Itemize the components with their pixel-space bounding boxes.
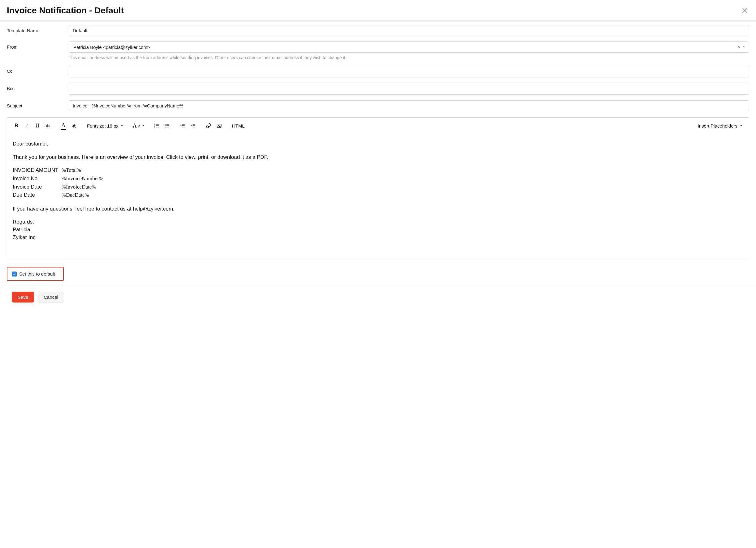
html-button[interactable]: HTML bbox=[230, 121, 247, 131]
table-row: Invoice No%InvoiceNumber% bbox=[13, 175, 103, 183]
set-default-checkbox[interactable] bbox=[12, 271, 17, 277]
image-button[interactable] bbox=[214, 121, 224, 131]
invoice-notification-modal: Invoice Notification - Default Template … bbox=[0, 0, 756, 315]
svg-text:3: 3 bbox=[154, 126, 155, 128]
svg-marker-28 bbox=[740, 125, 742, 126]
body-company: Zylker Inc bbox=[13, 234, 743, 241]
fill-color-button[interactable] bbox=[69, 121, 79, 131]
x-icon bbox=[737, 45, 741, 49]
svg-marker-21 bbox=[180, 125, 181, 127]
body-signer: Patricia bbox=[13, 226, 743, 234]
template-name-row: Template Name bbox=[7, 25, 749, 36]
caret-down-icon bbox=[120, 124, 123, 127]
rich-text-editor: B I U abc A Fontsize: 16 px AA 1 bbox=[7, 117, 749, 258]
from-value: Patricia Boyle <patricia@zylker.com> bbox=[73, 45, 150, 50]
outdent-icon bbox=[180, 123, 185, 128]
underline-button[interactable]: U bbox=[32, 121, 42, 131]
subject-input[interactable] bbox=[69, 100, 749, 111]
editor-content[interactable]: Dear customer, Thank you for your busine… bbox=[7, 134, 749, 258]
fontsize-dropdown[interactable]: Fontsize: 16 px bbox=[84, 121, 126, 131]
indent-icon bbox=[190, 123, 196, 128]
paint-bucket-icon bbox=[71, 123, 77, 128]
cc-row: Cc bbox=[7, 66, 749, 77]
svg-point-17 bbox=[165, 127, 166, 127]
from-helper-text: This email address will be used as the f… bbox=[69, 55, 749, 60]
from-label: From bbox=[7, 41, 69, 50]
outdent-button[interactable] bbox=[178, 121, 188, 131]
unordered-list-icon bbox=[164, 123, 170, 128]
invoice-summary-table: INVOICE AMOUNT%Total% Invoice No%Invoice… bbox=[13, 166, 103, 200]
table-row: Invoice Date%InvoiceDate% bbox=[13, 183, 103, 192]
body-intro: Thank you for your business. Here is an … bbox=[13, 153, 743, 161]
cancel-button[interactable]: Cancel bbox=[38, 292, 64, 303]
indent-button[interactable] bbox=[188, 121, 198, 131]
footer-actions: Save Cancel bbox=[0, 286, 756, 303]
svg-point-15 bbox=[165, 124, 166, 125]
bcc-input[interactable] bbox=[69, 83, 749, 95]
modal-title: Invoice Notification - Default bbox=[7, 6, 124, 15]
from-clear-button[interactable] bbox=[737, 45, 741, 50]
save-button[interactable]: Save bbox=[12, 292, 34, 303]
svg-marker-4 bbox=[121, 125, 123, 126]
from-select[interactable]: Patricia Boyle <patricia@zylker.com> bbox=[69, 41, 749, 53]
close-button[interactable] bbox=[741, 6, 749, 15]
svg-marker-25 bbox=[191, 125, 192, 127]
font-family-dropdown[interactable]: AA bbox=[132, 121, 146, 131]
check-icon bbox=[13, 272, 16, 276]
link-button[interactable] bbox=[204, 121, 214, 131]
template-name-input[interactable] bbox=[69, 25, 749, 36]
from-row: From Patricia Boyle <patricia@zylker.com… bbox=[7, 41, 749, 60]
svg-point-16 bbox=[165, 125, 166, 126]
table-row: Due Date%DueDate% bbox=[13, 191, 103, 200]
bcc-row: Bcc bbox=[7, 83, 749, 95]
link-icon bbox=[206, 123, 211, 128]
cc-input[interactable] bbox=[69, 66, 749, 77]
set-default-label: Set this to default bbox=[19, 271, 55, 277]
set-default-highlight: Set this to default bbox=[7, 267, 64, 281]
text-color-icon: A bbox=[61, 122, 66, 129]
cc-label: Cc bbox=[7, 66, 69, 74]
ordered-list-icon: 123 bbox=[154, 123, 159, 128]
italic-button[interactable]: I bbox=[22, 121, 32, 131]
body-greeting: Dear customer, bbox=[13, 140, 743, 148]
subject-row: Subject bbox=[7, 100, 749, 111]
font-family-icon: A bbox=[133, 123, 137, 129]
bcc-label: Bcc bbox=[7, 83, 69, 91]
ordered-list-button[interactable]: 123 bbox=[152, 121, 162, 131]
caret-down-icon bbox=[142, 124, 145, 127]
caret-down-icon bbox=[740, 124, 743, 127]
svg-marker-5 bbox=[142, 125, 144, 126]
template-name-label: Template Name bbox=[7, 25, 69, 33]
image-icon bbox=[216, 123, 222, 128]
form-body: Template Name From Patricia Boyle <patri… bbox=[0, 21, 756, 111]
body-signoff: Regards, bbox=[13, 218, 743, 226]
table-row: INVOICE AMOUNT%Total% bbox=[13, 166, 103, 175]
subject-label: Subject bbox=[7, 100, 69, 108]
body-outro: If you have any questions, feel free to … bbox=[13, 205, 743, 213]
unordered-list-button[interactable] bbox=[162, 121, 172, 131]
strikethrough-button[interactable]: abc bbox=[43, 121, 53, 131]
close-icon bbox=[741, 7, 748, 14]
from-dropdown-caret[interactable] bbox=[742, 45, 746, 50]
text-color-button[interactable]: A bbox=[58, 121, 68, 131]
chevron-down-icon bbox=[742, 45, 746, 49]
modal-header: Invoice Notification - Default bbox=[0, 0, 756, 21]
editor-toolbar: B I U abc A Fontsize: 16 px AA 1 bbox=[7, 118, 749, 134]
bold-button[interactable]: B bbox=[11, 121, 21, 131]
insert-placeholders-dropdown[interactable]: Insert Placeholders bbox=[696, 121, 745, 131]
